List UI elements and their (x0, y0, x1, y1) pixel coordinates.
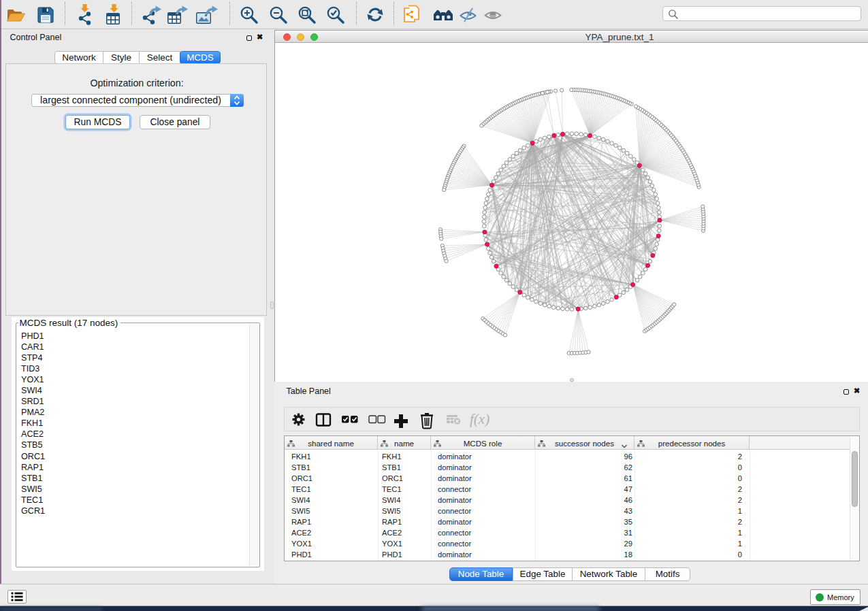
svg-text:f(x): f(x) (470, 411, 489, 427)
